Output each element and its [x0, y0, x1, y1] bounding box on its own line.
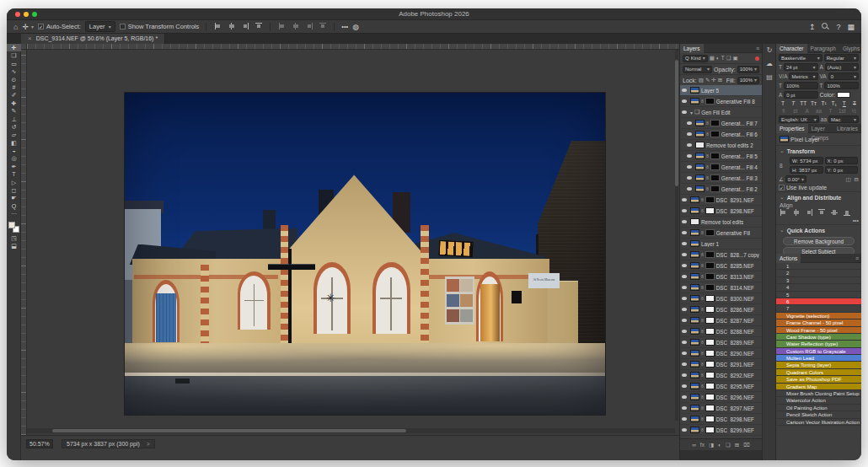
eyedropper-tool-icon[interactable]: ✐: [7, 91, 21, 99]
chevron-right-icon[interactable]: >: [147, 441, 150, 447]
lock-transparent-icon[interactable]: ▨: [699, 77, 704, 83]
kerning-field[interactable]: Metrics▾: [789, 72, 817, 80]
lock-pixels-icon[interactable]: ✎: [705, 77, 710, 83]
gradient-tool-icon[interactable]: ◧: [7, 139, 21, 147]
edit-toolbar-icon[interactable]: ⋯: [7, 210, 21, 217]
blur-tool-icon[interactable]: ◒: [7, 147, 21, 154]
filter-type-icon[interactable]: T: [721, 55, 725, 62]
action-item[interactable]: Save as Photoshop PDF: [776, 376, 861, 383]
mask-link-icon[interactable]: 8: [701, 329, 704, 334]
panel-menu-icon[interactable]: ≡: [855, 255, 861, 261]
layer-row[interactable]: 8DSC_8295.NEF: [680, 381, 762, 392]
action-item[interactable]: 3: [776, 277, 861, 284]
layer-row[interactable]: 8Generative Fill 8: [680, 96, 762, 107]
font-style-dropdown[interactable]: Regular ▾: [824, 54, 859, 62]
action-item[interactable]: 4: [776, 284, 861, 291]
height-field[interactable]: H:3837 px: [790, 166, 823, 174]
layer-row[interactable]: 8DSC_8290.NEF: [680, 348, 762, 359]
panel-menu-icon[interactable]: ≡: [756, 46, 762, 51]
action-item[interactable]: Wood Frame - 50 pixel: [776, 327, 861, 334]
mask-link-icon[interactable]: 8: [701, 373, 704, 378]
text-style-button[interactable]: T: [789, 100, 797, 106]
search-icon[interactable]: [822, 23, 829, 30]
baseline-field[interactable]: 0 pt: [784, 91, 817, 99]
layer-row[interactable]: Remove tool edits 2: [680, 140, 762, 151]
distribute-3-button[interactable]: [304, 23, 313, 31]
opentype-feature-button[interactable]: fi: [779, 108, 789, 114]
ruler-corner[interactable]: [21, 44, 27, 50]
mask-link-icon[interactable]: 8: [701, 427, 704, 432]
layer-filter-dropdown[interactable]: Q Kind ▾: [683, 55, 708, 62]
mask-link-icon[interactable]: 8: [701, 230, 704, 235]
visibility-toggle-icon[interactable]: [682, 253, 687, 256]
marquee-tool-icon[interactable]: ▭: [7, 60, 21, 67]
chevron-down-icon[interactable]: ⌄: [780, 227, 785, 234]
history-icon[interactable]: ↻: [763, 44, 776, 57]
type-tool-icon[interactable]: T: [7, 170, 21, 178]
lock-all-icon[interactable]: ⊞: [718, 77, 722, 83]
visibility-toggle-icon[interactable]: [682, 341, 687, 344]
color-swatches[interactable]: [8, 222, 19, 233]
layer-row[interactable]: 8DSC_8300.NEF: [680, 293, 762, 304]
layer-row[interactable]: ▾❏Gen Fill Edit: [680, 107, 762, 118]
document-canvas-image[interactable]: ✳ St Neots Museum: [125, 93, 605, 415]
document-tab[interactable]: × DSC_9314.NEF @ 50.6% (Layer 5, RGB/16)…: [21, 34, 165, 44]
workspace-icon[interactable]: ▦: [847, 23, 855, 31]
new-layer-icon[interactable]: ⊞: [735, 442, 739, 448]
action-item[interactable]: Cartoon Vector Illustration Action: [776, 419, 861, 426]
y-field[interactable]: Y:0 px: [825, 166, 859, 174]
text-style-button[interactable]: T¹: [820, 100, 828, 106]
opentype-feature-button[interactable]: ½: [849, 108, 859, 114]
opentype-feature-button[interactable]: 1st: [837, 108, 847, 114]
tab-libraries[interactable]: Libraries: [833, 124, 861, 133]
home-icon[interactable]: ⌂: [13, 23, 18, 31]
mask-link-icon[interactable]: 8: [706, 132, 709, 137]
visibility-toggle-icon[interactable]: [682, 362, 687, 366]
opacity-field[interactable]: 100% ▾: [737, 66, 759, 73]
distribute-1-button[interactable]: [277, 23, 287, 31]
visibility-toggle-icon[interactable]: [682, 330, 687, 333]
action-item[interactable]: 7: [776, 305, 861, 312]
lasso-tool-icon[interactable]: ∿: [7, 67, 21, 75]
align-center-icon[interactable]: [793, 209, 800, 216]
path-selection-tool-icon[interactable]: ▷: [7, 179, 21, 186]
layer-row[interactable]: 8Generat... Fill 7: [680, 118, 762, 129]
action-item[interactable]: Frame Channel - 50 pixel: [776, 319, 861, 326]
visibility-toggle-icon[interactable]: [682, 319, 687, 322]
layer-effects-icon[interactable]: fx: [700, 442, 705, 448]
align-top-button[interactable]: [254, 23, 263, 31]
layer-row[interactable]: 8DSC_8313.NEF: [680, 271, 762, 282]
action-item[interactable]: Water Reflection (type): [776, 341, 861, 347]
delete-layer-icon[interactable]: ⌧: [743, 442, 750, 448]
action-item[interactable]: Oil Painting Action: [776, 405, 861, 411]
zoom-level-field[interactable]: 50.57%: [26, 439, 53, 448]
text-style-button[interactable]: Tᴛ: [809, 100, 817, 106]
help-icon[interactable]: ?: [836, 23, 840, 31]
visibility-toggle-icon[interactable]: [682, 99, 687, 103]
hand-tool-icon[interactable]: ☛: [7, 194, 21, 201]
layer-row[interactable]: Remove tool edits: [680, 217, 762, 228]
v-scale-field[interactable]: 100%: [824, 82, 859, 89]
font-size-field[interactable]: 24 pt▾: [784, 63, 818, 71]
visibility-toggle-icon[interactable]: [687, 165, 692, 169]
action-item[interactable]: Watercolor Action: [776, 397, 861, 404]
screen-mode-icon[interactable]: ⬓: [7, 242, 21, 250]
new-adjustment-layer-icon[interactable]: ◐: [718, 442, 721, 448]
action-item[interactable]: 2: [776, 270, 861, 276]
visibility-toggle-icon[interactable]: [687, 154, 692, 158]
filter-toggle-icon[interactable]: [755, 56, 759, 61]
chevron-down-icon[interactable]: ⌄: [780, 194, 785, 201]
text-style-button[interactable]: T: [779, 100, 787, 106]
text-style-button[interactable]: T: [850, 100, 859, 106]
mask-link-icon[interactable]: 8: [701, 318, 704, 323]
align-center-button[interactable]: [227, 23, 236, 31]
layer-row[interactable]: 8Generat... Fill 5: [680, 151, 762, 162]
layer-row[interactable]: 8DSC_8299.NEF: [680, 425, 762, 436]
pen-tool-icon[interactable]: ✒: [7, 163, 21, 170]
layer-row[interactable]: 8Generat... Fill 3: [680, 173, 762, 184]
mask-link-icon[interactable]: 8: [701, 285, 704, 290]
move-tool-icon[interactable]: ✛: [7, 44, 21, 51]
layer-row[interactable]: 8Generat... Fill 4: [680, 162, 762, 173]
tool-preset[interactable]: ✛ ▾: [22, 23, 34, 31]
flip-horizontal-icon[interactable]: ◫: [845, 176, 850, 183]
